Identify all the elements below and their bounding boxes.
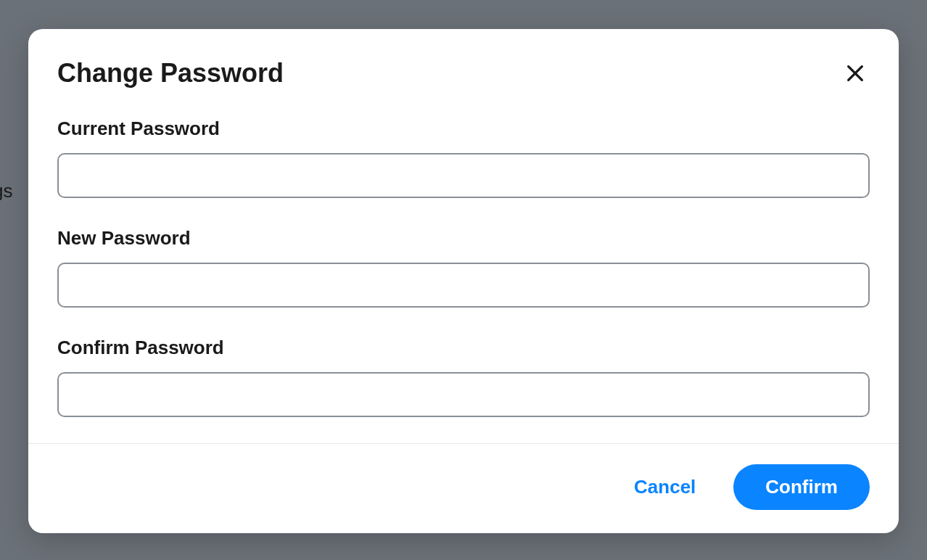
confirm-password-input[interactable] — [57, 372, 870, 417]
current-password-group: Current Password — [57, 118, 870, 198]
current-password-input[interactable] — [57, 153, 870, 198]
modal-overlay: Change Password Current Password New Pas… — [0, 0, 927, 560]
modal-title: Change Password — [57, 58, 284, 88]
new-password-input[interactable] — [57, 263, 870, 308]
modal-header: Change Password — [28, 29, 899, 88]
change-password-modal: Change Password Current Password New Pas… — [28, 29, 899, 533]
close-icon — [844, 62, 867, 85]
confirm-button[interactable]: Confirm — [733, 464, 870, 510]
confirm-password-group: Confirm Password — [57, 337, 870, 417]
new-password-label: New Password — [57, 227, 870, 250]
close-button[interactable] — [841, 59, 870, 88]
cancel-button[interactable]: Cancel — [631, 470, 699, 504]
new-password-group: New Password — [57, 227, 870, 308]
confirm-password-label: Confirm Password — [57, 337, 870, 359]
current-password-label: Current Password — [57, 118, 870, 140]
modal-body: Current Password New Password Confirm Pa… — [28, 88, 899, 443]
modal-footer: Cancel Confirm — [28, 443, 899, 533]
